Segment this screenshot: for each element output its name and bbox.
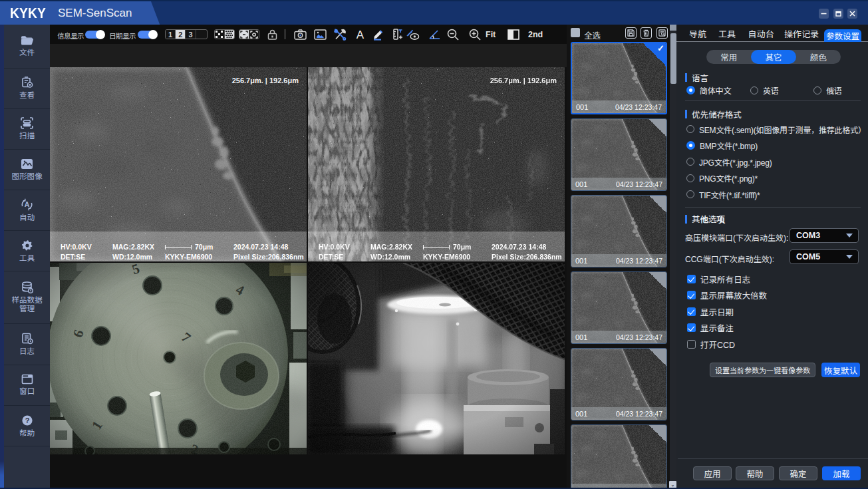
tools-button[interactable]: [333, 28, 347, 41]
thumbnail-2[interactable]: 00104/23 12:23:47: [571, 118, 667, 191]
panel-tab-4[interactable]: 操作记录: [784, 25, 819, 42]
storage-option-3[interactable]: JPG文件(*.jpg.*.jpeg): [686, 156, 772, 168]
chamber-camera-image[interactable]: [308, 263, 565, 454]
checkbox-unchecked[interactable]: [687, 340, 696, 349]
view-layout-button-3[interactable]: 3: [186, 30, 196, 39]
storage-option-1[interactable]: SEM文件(.sem)(如图像用于测量，推荐此格式）: [686, 124, 866, 135]
checkbox-checked[interactable]: [687, 307, 696, 316]
restore-default-button[interactable]: 恢复默认: [821, 363, 860, 377]
scrollbar-thumb[interactable]: [670, 33, 676, 84]
angle-button[interactable]: [428, 28, 441, 41]
radio-selected[interactable]: [686, 86, 695, 94]
delete-images-button[interactable]: [641, 27, 652, 39]
option-checkbox-1[interactable]: 记录所有日志: [687, 273, 750, 285]
bottom-button-4[interactable]: 加载: [822, 466, 861, 480]
fine-pixels-button[interactable]: [225, 30, 234, 39]
subtab-2[interactable]: 其它: [751, 50, 796, 64]
sidebar-item-3[interactable]: 扫描: [4, 109, 50, 150]
sem-image-1[interactable]: 256.7μm. | 192.6μmHV:0.0KVMAG:2.82KX2024…: [50, 67, 307, 261]
reduce-area-button[interactable]: [239, 30, 249, 39]
sem-image-2[interactable]: 256.7μm. | 192.6μmHV:0.0KVMAG:2.82KX2024…: [308, 67, 565, 261]
date-display-toggle[interactable]: [138, 31, 156, 39]
radio-unselected[interactable]: [686, 174, 694, 182]
view-layout-button-1[interactable]: 1: [166, 30, 176, 39]
second-button[interactable]: 2nd: [528, 30, 543, 39]
option-checkbox-4[interactable]: 显示备注: [687, 321, 734, 334]
checkbox-checked[interactable]: [687, 291, 696, 299]
zoom-out-button[interactable]: [446, 28, 460, 41]
hv-port-dropdown[interactable]: COM3: [790, 228, 859, 243]
storage-option-4[interactable]: PNG文件(*.png)*: [686, 172, 758, 184]
option-checkbox-5[interactable]: 打开CCD: [687, 338, 735, 351]
thumbnail-5[interactable]: 00104/23 12:23:47: [571, 348, 667, 420]
radio-unselected[interactable]: [686, 158, 694, 166]
sidebar-item-5[interactable]: A自动: [4, 190, 50, 231]
info-display-toggle[interactable]: [85, 31, 104, 39]
radio-unselected[interactable]: [750, 86, 758, 94]
select-all-checkbox[interactable]: [571, 28, 580, 37]
bottom-button-1[interactable]: 应用: [693, 466, 732, 480]
panel-tab-1[interactable]: 导航: [689, 25, 706, 42]
thumbnail-4[interactable]: 00104/23 12:23:47: [571, 271, 667, 344]
camera-button[interactable]: [293, 28, 307, 41]
checkbox-checked[interactable]: [687, 323, 696, 332]
maximize-button[interactable]: [833, 9, 843, 19]
sidebar-item-1[interactable]: 文件: [4, 25, 50, 69]
subtab-1[interactable]: 常用: [706, 50, 751, 64]
sidebar-item-9[interactable]: 窗口: [4, 365, 50, 407]
checkbox-checked[interactable]: [687, 275, 696, 283]
view-layout-button-4[interactable]: [196, 30, 206, 39]
set-current-params-button[interactable]: 设置当前参数为一键看像参数: [710, 363, 815, 377]
snapshot-button[interactable]: [313, 28, 327, 41]
language-option-1[interactable]: 简体中文: [686, 84, 731, 96]
sidebar-item-2[interactable]: 查看: [4, 69, 50, 110]
sidebar-item-4[interactable]: 图形图像: [4, 150, 50, 191]
settings-subtabs: 常用其它颜色: [706, 50, 841, 64]
view-layout-button-2[interactable]: 2: [176, 30, 186, 39]
svg-text:?: ?: [25, 416, 29, 424]
fit-button[interactable]: Fit: [486, 30, 496, 39]
subtab-3[interactable]: 颜色: [796, 50, 841, 64]
bottom-button-3[interactable]: 确定: [779, 466, 817, 480]
radio-unselected[interactable]: [686, 125, 694, 133]
scroll-up-button[interactable]: [670, 25, 676, 31]
preview-images-button[interactable]: [656, 27, 668, 39]
thumbnail-3[interactable]: 00104/23 12:23:47: [571, 195, 667, 267]
panel-tab-5[interactable]: 参数设置: [824, 29, 861, 42]
panel-tab-3[interactable]: 自动台: [748, 25, 774, 42]
thumbnail-1[interactable]: ✓00104/23 12:23:47: [571, 42, 667, 114]
thumbnail-scrollbar[interactable]: ⌄: [670, 25, 676, 489]
save-images-button[interactable]: [625, 27, 637, 39]
storage-option-2[interactable]: BMP文件(*.bmp): [686, 140, 758, 151]
language-option-3[interactable]: 俄语: [813, 84, 842, 96]
minimize-button[interactable]: [819, 9, 829, 19]
lock-button[interactable]: [265, 28, 279, 41]
separator: [685, 100, 861, 101]
storage-option-5[interactable]: TIF文件(*.tif.*tifff)*: [686, 189, 760, 200]
panel-tab-2[interactable]: 工具: [718, 25, 736, 42]
measure-visibility-button[interactable]: [406, 28, 420, 41]
split-view-button[interactable]: [507, 28, 520, 41]
sidebar-item-6[interactable]: 工具: [4, 231, 50, 271]
bottom-button-2[interactable]: 帮助: [736, 466, 774, 480]
radio-selected[interactable]: [686, 141, 695, 150]
sidebar-item-7[interactable]: 样品数据 管理: [4, 271, 50, 324]
option-checkbox-2[interactable]: 显示屏幕放大倍数: [687, 289, 767, 301]
zoom-in-button[interactable]: [468, 28, 482, 41]
radio-unselected[interactable]: [686, 190, 694, 198]
close-button[interactable]: [847, 9, 857, 19]
radio-unselected[interactable]: [813, 86, 821, 94]
sidebar-item-8[interactable]: 日志: [4, 324, 50, 365]
option-checkbox-3[interactable]: 显示日期: [687, 305, 734, 318]
thumbnail-6[interactable]: 00104/23 12:23:47: [571, 424, 667, 489]
text-button[interactable]: A: [353, 28, 366, 41]
stage-camera-image[interactable]: [50, 263, 307, 454]
annotate-pen-button[interactable]: [371, 28, 384, 41]
sidebar-item-10[interactable]: ?帮助: [4, 406, 50, 446]
expand-area-button[interactable]: [249, 30, 259, 39]
window-icon: [21, 374, 33, 385]
ccg-port-dropdown[interactable]: COM5: [790, 249, 859, 264]
coarse-pixels-button[interactable]: [215, 30, 225, 39]
language-option-2[interactable]: 英语: [750, 84, 779, 96]
ruler-add-button[interactable]: [390, 28, 404, 41]
